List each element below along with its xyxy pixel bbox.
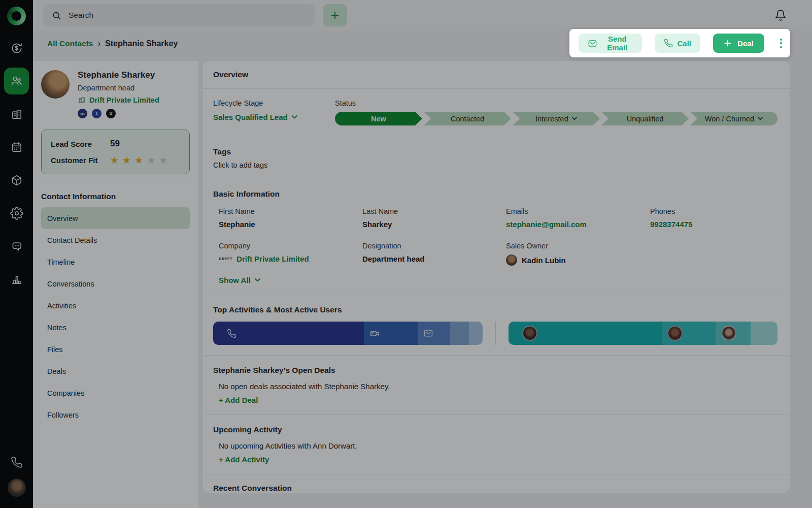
add-deal-button[interactable]: Deal — [713, 34, 764, 53]
send-email-button[interactable]: Send Email — [579, 34, 642, 53]
contact-actions-spotlight: Send Email Call Deal — [569, 29, 790, 57]
dim-overlay — [0, 0, 812, 508]
more-actions-button[interactable] — [777, 34, 785, 53]
envelope-icon — [588, 39, 597, 48]
call-button[interactable]: Call — [655, 34, 701, 53]
plus-icon — [724, 39, 732, 47]
phone-icon — [664, 39, 673, 48]
